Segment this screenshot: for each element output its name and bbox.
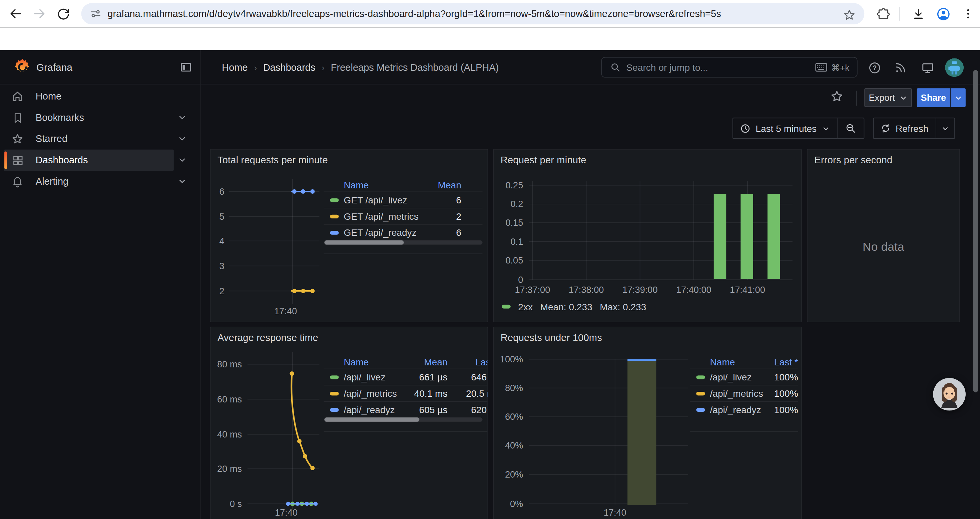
series-name[interactable]: /api/_readyz	[710, 404, 774, 415]
profile-button[interactable]	[934, 4, 952, 23]
browser-toolbar: grafana.mathmast.com/d/deytv4rwavabkb/fr…	[0, 0, 980, 27]
series-name[interactable]: GET /api/_readyz	[344, 227, 456, 238]
panel-avg-response-time[interactable]: Average response time 80 ms 60 ms 40 ms …	[210, 327, 488, 519]
legend-last-header[interactable]: Last *	[774, 356, 798, 367]
series-mean: Mean: 0.233	[540, 301, 592, 312]
series-last: 100%	[774, 404, 798, 415]
legend-row[interactable]: GET /api/_livez 6	[324, 192, 483, 208]
breadcrumb-home[interactable]: Home	[222, 62, 248, 73]
scrollbar-thumb[interactable]	[324, 417, 419, 422]
series-name[interactable]: /api/_metrics	[344, 388, 411, 399]
legend-row[interactable]: 2xx Mean: 0.233 Max: 0.233	[502, 301, 646, 312]
panel-requests-under-100ms[interactable]: Requests under 100ms 100% 80% 60% 40% 20…	[493, 327, 802, 519]
series-name[interactable]: /api/_livez	[710, 372, 774, 382]
legend-mean-header[interactable]: Mean	[438, 179, 461, 190]
legend-row[interactable]: /api/_livez 661 µs 646 µs	[324, 369, 488, 385]
downloads-button[interactable]	[908, 4, 927, 23]
legend-name-header[interactable]: Name	[710, 356, 774, 367]
sidebar-item-bookmarks[interactable]: Bookmarks	[4, 107, 174, 128]
star-icon	[11, 133, 24, 145]
x-tick: 17:41:00	[719, 285, 776, 295]
kebab-menu-icon	[962, 7, 974, 20]
sidebar-item-home[interactable]: Home	[4, 86, 174, 107]
url-text[interactable]: grafana.mathmast.com/d/deytv4rwavabkb/fr…	[107, 8, 721, 19]
keyboard-icon	[815, 62, 827, 72]
legend-row[interactable]: GET /api/_metrics 2	[324, 208, 483, 224]
breadcrumb-dashboards[interactable]: Dashboards	[263, 62, 315, 73]
chevron-down-icon[interactable]	[177, 113, 188, 123]
bar-chart	[494, 150, 802, 322]
legend-scrollbar[interactable]	[324, 241, 482, 245]
legend-row[interactable]: /api/_readyz 100%	[690, 401, 798, 417]
series-color-pill	[502, 305, 511, 308]
display-button[interactable]	[920, 60, 935, 75]
series-name[interactable]: GET /api/_metrics	[344, 211, 456, 222]
legend-row[interactable]: GET /api/_readyz 6	[324, 224, 483, 241]
series-name[interactable]: GET /api/_livez	[344, 195, 456, 205]
dock-menu-button[interactable]	[180, 61, 192, 74]
chevron-down-icon[interactable]	[177, 155, 188, 165]
star-icon	[830, 89, 843, 103]
panel-total-requests[interactable]: Total requests per minute 6 5 4 3 2 17:4…	[210, 149, 488, 322]
user-avatar[interactable]	[945, 58, 964, 77]
search-input[interactable]: Search or jump to... ⌘+k	[601, 57, 857, 78]
time-range-picker[interactable]: Last 5 minutes	[733, 118, 837, 138]
legend-table: Name Last * /api/_livez 100% /api/_metri…	[690, 355, 798, 417]
forward-button[interactable]	[30, 4, 49, 23]
bookmark-star-button[interactable]	[840, 6, 859, 24]
legend-name-header[interactable]: Name	[344, 356, 411, 367]
scrollbar-thumb[interactable]	[324, 241, 404, 245]
share-menu-button[interactable]	[951, 88, 966, 107]
legend-row[interactable]: /api/_metrics 40.1 ms 20.5 ms	[324, 385, 488, 401]
time-range-label: Last 5 minutes	[756, 123, 816, 134]
floating-profile-avatar[interactable]	[933, 378, 965, 410]
legend-mean-header[interactable]: Mean	[411, 356, 448, 367]
export-button[interactable]: Export	[864, 88, 912, 107]
monitor-icon	[921, 61, 934, 74]
help-button[interactable]: ?	[867, 60, 882, 75]
legend-table: Name Mean Last * /api/_livez 661 µs 646 …	[324, 355, 488, 417]
grafana-logo[interactable]	[14, 58, 31, 75]
chevron-down-icon[interactable]	[177, 176, 188, 186]
sidebar-item-alerting[interactable]: Alerting	[4, 171, 174, 192]
zoom-out-button[interactable]	[837, 118, 864, 138]
series-name[interactable]: /api/_readyz	[344, 404, 411, 415]
extensions-button[interactable]	[873, 4, 892, 23]
legend-last-header[interactable]: Last *	[448, 356, 488, 367]
refresh-interval-button[interactable]	[936, 118, 954, 138]
share-label: Share	[921, 93, 946, 102]
panel-request-per-minute[interactable]: Request per minute 0.25 0.2 0.15 0.1 0.0…	[493, 149, 802, 322]
legend-separator	[690, 431, 798, 432]
legend-row[interactable]: /api/_livez 100%	[690, 369, 798, 385]
legend-row[interactable]: /api/_readyz 605 µs 620 µs	[324, 401, 488, 417]
legend-row[interactable]: /api/_metrics 100%	[690, 385, 798, 401]
page-scrollbar[interactable]	[973, 70, 978, 393]
browser-menu-button[interactable]	[959, 4, 977, 23]
series-name[interactable]: 2xx	[518, 301, 533, 312]
series-name[interactable]: /api/_metrics	[710, 388, 774, 399]
sidebar-item-starred[interactable]: Starred	[4, 128, 174, 150]
refresh-button[interactable]: Refresh	[873, 118, 935, 138]
toolbar-divider	[856, 91, 857, 106]
panel-errors-per-second[interactable]: Errors per second No data	[807, 149, 960, 322]
site-settings-icon[interactable]	[90, 8, 102, 19]
share-button[interactable]: Share	[917, 88, 950, 107]
panel-title[interactable]: Errors per second	[814, 155, 892, 166]
back-button[interactable]	[6, 4, 25, 23]
bookmarks-bar: Freeleaps 收藏博客	[0, 27, 980, 50]
sidebar-item-dashboards[interactable]: Dashboards	[4, 150, 174, 171]
url-bar[interactable]: grafana.mathmast.com/d/deytv4rwavabkb/fr…	[81, 3, 865, 24]
series-name[interactable]: /api/_livez	[344, 372, 411, 382]
legend-scrollbar[interactable]	[324, 417, 482, 422]
brand-name: Grafana	[37, 50, 72, 85]
chevron-down-icon[interactable]	[177, 134, 188, 144]
favorite-dashboard-button[interactable]	[830, 89, 845, 105]
reload-icon	[57, 7, 70, 21]
series-color-pill	[696, 375, 705, 379]
reload-button[interactable]	[54, 4, 72, 23]
series-color-pill	[330, 198, 339, 202]
news-button[interactable]	[893, 60, 908, 75]
x-tick: 17:39:00	[612, 285, 668, 295]
legend-name-header[interactable]: Name	[344, 179, 438, 190]
series-last: 100%	[774, 388, 798, 399]
